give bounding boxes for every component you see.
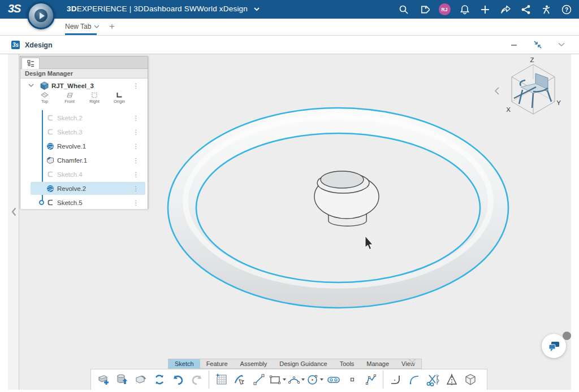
avatar[interactable]: RJ: [438, 3, 451, 16]
xdesign-header: 3s Xdesign: [0, 36, 579, 54]
cube-icon[interactable]: [461, 371, 479, 388]
right-plane-icon: [91, 92, 98, 98]
ribbon-tab-feature[interactable]: Feature: [200, 359, 234, 368]
chevron-down-icon: [94, 25, 100, 29]
chat-bubbles-icon: [547, 340, 561, 352]
circle-icon: [306, 373, 319, 386]
ribbon-tab-assembly[interactable]: Assembly: [234, 359, 274, 368]
tag-icon[interactable]: [417, 3, 431, 16]
plane-top[interactable]: Top: [36, 92, 53, 111]
collapse-icon[interactable]: [533, 40, 543, 50]
ribbon-tab-manage[interactable]: Manage: [360, 359, 395, 368]
reference-planes-row: Top Front Right Origin: [36, 92, 144, 111]
collapse-panel-chevron-icon[interactable]: [10, 207, 17, 217]
minimize-icon[interactable]: [509, 40, 519, 50]
arc-icon: [287, 373, 301, 386]
chamfer-icon: [46, 156, 54, 164]
tree-row-root[interactable]: RJT_Wheel_3 ⋮: [20, 79, 149, 93]
plane-right[interactable]: Right: [86, 92, 103, 111]
xdesign-app-title: Xdesign: [25, 41, 53, 49]
sketch-icon: [47, 199, 54, 206]
part-add-icon[interactable]: [94, 371, 112, 388]
kebab-menu-icon[interactable]: ⋮: [133, 156, 140, 164]
plus-icon[interactable]: [478, 3, 492, 16]
point-icon[interactable]: [343, 371, 361, 388]
polyline-icon[interactable]: [362, 371, 379, 388]
pointer-hand-icon[interactable]: [231, 371, 249, 388]
tree-row-sketch3[interactable]: Sketch.3 ⋮: [20, 125, 149, 139]
add-tab-button[interactable]: +: [109, 21, 115, 32]
community-icon[interactable]: [539, 3, 553, 16]
plane-front[interactable]: Front: [61, 92, 78, 111]
tab-new-tab[interactable]: New Tab: [65, 23, 100, 31]
axis-label-y: Y: [556, 99, 561, 106]
dropdown-caret-icon[interactable]: [301, 378, 305, 381]
xdesign-workspace: Z X Y Design Manager: [8, 54, 571, 390]
bell-icon[interactable]: [458, 3, 472, 16]
ribbon-expand-chevrons-icon[interactable]: [407, 358, 417, 366]
tab-design-tree[interactable]: [21, 58, 40, 69]
dassault-logo: 3S: [8, 2, 20, 15]
app-title[interactable]: 3DEXPERIENCE | 3DDashboard SWWorld xDesi…: [67, 5, 260, 13]
panel-tab-strip: [20, 56, 148, 69]
share-nodes-icon[interactable]: [519, 3, 533, 16]
undo-icon[interactable]: [169, 371, 187, 388]
part-refresh-icon[interactable]: [132, 371, 149, 388]
tree-row-sketch5[interactable]: Sketch.5 ⋮: [20, 195, 149, 210]
data-save-icon[interactable]: [113, 371, 131, 388]
tree-row-revolve1[interactable]: Revolve.1 ⋮: [20, 139, 149, 153]
tangent-arc-icon[interactable]: [405, 371, 423, 388]
view-cube[interactable]: Z X Y: [495, 56, 561, 114]
tree-structure-icon: [27, 60, 34, 67]
tree-row-revolve2-selected[interactable]: Revolve.2 ⋮: [20, 181, 149, 195]
chevron-down-icon[interactable]: [28, 84, 34, 88]
kebab-menu-icon[interactable]: ⋮: [133, 199, 140, 207]
feature-tree: RJT_Wheel_3 ⋮ Top Front Right: [20, 79, 148, 209]
chevron-down-icon[interactable]: [556, 40, 567, 50]
slot-icon[interactable]: [325, 371, 342, 388]
chevron-down-icon: [253, 7, 260, 11]
kebab-menu-icon[interactable]: ⋮: [133, 142, 140, 150]
rectangle-tool[interactable]: [269, 373, 286, 386]
xdesign-app-icon: 3s: [11, 41, 20, 49]
root-label: RJT_Wheel_3: [51, 82, 94, 89]
tree-row-sketch2[interactable]: Sketch.2 ⋮: [20, 111, 149, 125]
notification-dot: [563, 332, 571, 340]
sketch-grid-icon[interactable]: [213, 371, 230, 388]
design-manager-panel: Design Manager RJT_Wheel_3 ⋮ Top: [20, 56, 148, 209]
kebab-menu-icon[interactable]: ⋮: [133, 114, 140, 122]
chair-model: [514, 73, 551, 108]
ribbon-tab-design-guidance[interactable]: Design Guidance: [273, 359, 333, 368]
share-forward-icon[interactable]: [499, 3, 512, 16]
front-plane-icon: [66, 92, 74, 98]
fillet-corner-icon[interactable]: [387, 371, 404, 388]
sync-icon[interactable]: [150, 371, 168, 388]
search-icon[interactable]: [397, 3, 411, 16]
messages-button[interactable]: [542, 334, 566, 358]
axis-label-x: X: [506, 106, 511, 113]
kebab-menu-icon[interactable]: ⋮: [133, 171, 140, 178]
tree-row-sketch4[interactable]: Sketch.4 ⋮: [20, 167, 149, 181]
top-plane-icon: [41, 92, 49, 98]
arc-tool[interactable]: [287, 373, 305, 386]
kebab-menu-icon[interactable]: ⋮: [133, 185, 140, 193]
ribbon-tab-tools[interactable]: Tools: [334, 359, 361, 368]
compass-badge[interactable]: [27, 2, 55, 29]
toolbar-separator: [209, 371, 209, 389]
toolbar-separator: [383, 371, 383, 389]
mirror-icon[interactable]: [443, 371, 460, 388]
line-icon[interactable]: [250, 371, 267, 388]
tree-row-chamfer1[interactable]: Chamfer.1 ⋮: [20, 153, 149, 167]
ribbon-tab-sketch[interactable]: Sketch: [168, 359, 200, 368]
circle-tool[interactable]: [306, 373, 323, 386]
trim-icon[interactable]: [424, 371, 442, 388]
kebab-menu-icon[interactable]: ⋮: [133, 128, 140, 136]
origin[interactable]: Origin: [111, 92, 128, 111]
dropdown-caret-icon[interactable]: [320, 378, 323, 381]
dropdown-caret-icon[interactable]: [283, 378, 286, 381]
redo-icon[interactable]: [188, 371, 205, 388]
kebab-menu-icon[interactable]: ⋮: [133, 82, 140, 90]
help-icon[interactable]: ?: [560, 3, 573, 16]
view-cube-chevron-icon[interactable]: [495, 88, 499, 94]
ribbon-tab-bar: Sketch Feature Assembly Design Guidance …: [168, 359, 422, 369]
